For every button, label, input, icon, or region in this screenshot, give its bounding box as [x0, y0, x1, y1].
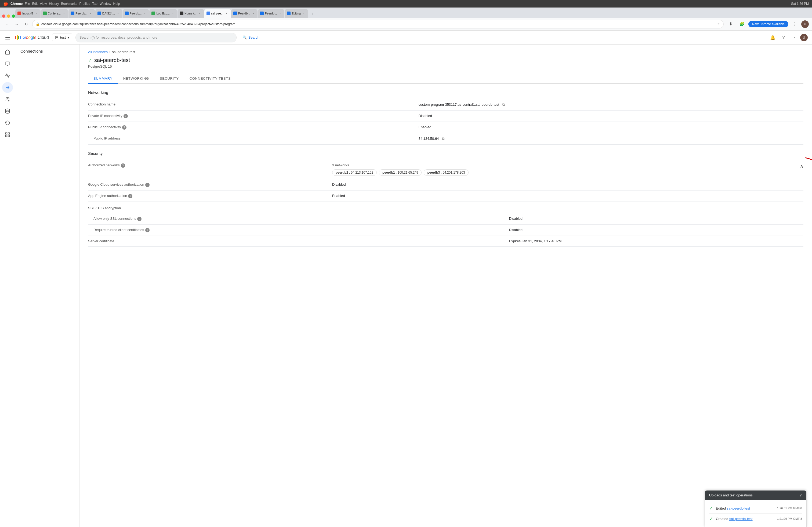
table-row: Server certificate Expires Jan 31, 2034,…	[88, 236, 803, 246]
os-menu-profiles[interactable]: Profiles	[79, 2, 90, 6]
panel-item-created: ✓ Created sai-peerdb-test 1:21:29 PM GMT…	[709, 514, 802, 524]
tab-peerdb3[interactable]: Peerdb... ×	[231, 9, 258, 18]
tab-title-peerdb3: Peerdb...	[238, 12, 250, 15]
copy-ip-icon[interactable]: ⧉	[441, 136, 446, 141]
sidebar-item-users[interactable]	[2, 94, 13, 105]
tab-peerdb1[interactable]: Peerdb... ×	[69, 9, 95, 18]
gcp-logo[interactable]: Google Cloud	[15, 35, 49, 40]
gcs-auth-help-icon[interactable]: ?	[145, 183, 149, 187]
os-menu-file[interactable]: File	[25, 2, 30, 6]
os-menu-help[interactable]: Help	[113, 2, 120, 6]
breadcrumb-parent[interactable]: All instances	[88, 50, 108, 54]
sidebar-item-instances[interactable]	[2, 59, 13, 69]
tab-title-peerdb1: Peerdb...	[75, 12, 88, 15]
private-ip-help-icon[interactable]: ?	[124, 114, 128, 118]
svg-rect-0	[15, 36, 16, 39]
tab-saipee[interactable]: sai-pee... ×	[204, 9, 231, 18]
authorized-networks-help-icon[interactable]: ?	[121, 163, 125, 168]
sidebar-item-connections[interactable]	[2, 82, 13, 93]
sidebar-item-databases[interactable]	[2, 106, 13, 117]
os-menu-tab[interactable]: Tab	[92, 2, 98, 6]
tab-home[interactable]: Home /... ×	[177, 9, 204, 18]
profile-avatar[interactable]: U	[801, 20, 809, 28]
notifications-icon[interactable]: 🔔	[768, 33, 778, 42]
forward-button[interactable]: →	[13, 20, 20, 28]
gcp-search-bar[interactable]: Search (/) for resources, docs, products…	[75, 33, 236, 42]
os-menu-view[interactable]: View	[40, 2, 47, 6]
more-menu-button[interactable]: ⋮	[790, 19, 800, 29]
created-link[interactable]: sai-peerdb-test	[729, 517, 753, 521]
gcp-search-button[interactable]: 🔍 Search	[240, 34, 262, 41]
tab-inbox[interactable]: Inbox (5 ×	[15, 9, 41, 18]
reload-button[interactable]: ↻	[23, 20, 30, 28]
ssl-only-help-icon[interactable]: ?	[137, 217, 142, 221]
sidebar-item-home[interactable]	[2, 47, 13, 57]
sidebar-item-monitoring[interactable]	[2, 70, 13, 81]
fullscreen-traffic-light[interactable]	[12, 15, 15, 18]
tab-logexp[interactable]: Log Exp... ×	[149, 9, 177, 18]
tab-close-editing[interactable]: ×	[302, 11, 306, 16]
os-menu-window[interactable]: Window	[100, 2, 111, 6]
os-menu-history[interactable]: History	[49, 2, 59, 6]
gcp-logo-icon	[15, 35, 21, 40]
sidebar-item-operations[interactable]	[2, 129, 13, 140]
security-table: Authorized networks ? 3 networks peerdb2…	[88, 160, 803, 202]
tab-close-inbox[interactable]: ×	[34, 11, 39, 16]
tab-dais24[interactable]: DAIS24... ×	[95, 9, 122, 18]
tab-security[interactable]: SECURITY	[155, 74, 184, 84]
trusted-certs-help-icon[interactable]: ?	[145, 228, 149, 232]
tab-confere[interactable]: Confere... ×	[41, 9, 68, 18]
network-chip-peerdb1: peerdb1 : 100.21.65.249	[379, 169, 422, 176]
os-menu-edit[interactable]: Edit	[32, 2, 38, 6]
tab-networking[interactable]: NETWORKING	[118, 74, 155, 84]
tab-peerdb2[interactable]: Peerdb... ×	[123, 9, 149, 18]
address-bar[interactable]: 🔒 console.cloud.google.com/sql/instances…	[32, 20, 724, 28]
uploads-panel-body: ✓ Edited sai-peerdb-test 1:26:01 PM GMT-…	[705, 500, 806, 527]
uploads-panel-collapse-icon[interactable]: ∨	[799, 493, 802, 497]
svg-rect-2	[18, 36, 19, 39]
star-icon[interactable]: ☆	[717, 22, 720, 26]
hamburger-menu[interactable]	[4, 34, 12, 41]
tab-close-dais24[interactable]: ×	[116, 11, 120, 16]
tab-summary[interactable]: SUMMARY	[88, 74, 118, 84]
tab-close-peerdb2[interactable]: ×	[143, 11, 147, 16]
edited-link[interactable]: sai-peerdb-test	[727, 506, 750, 510]
uploads-panel-header[interactable]: Uploads and test operations ∨	[705, 491, 806, 500]
tab-favicon-home	[180, 12, 184, 15]
svg-rect-8	[8, 133, 10, 134]
tab-close-peerdb4[interactable]: ×	[278, 11, 282, 16]
back-button[interactable]: ←	[3, 20, 11, 28]
new-chrome-button[interactable]: New Chrome available	[748, 21, 788, 27]
tab-close-peerdb3[interactable]: ×	[251, 11, 255, 16]
tab-close-confere[interactable]: ×	[62, 11, 66, 16]
tab-close-logexp[interactable]: ×	[171, 11, 175, 16]
ssl-section: SSL / TLS encryption Allow only SSL conn…	[88, 206, 803, 246]
help-icon[interactable]: ?	[779, 33, 788, 42]
tab-close-home[interactable]: ×	[198, 11, 202, 16]
new-tab-button[interactable]: +	[308, 10, 316, 18]
close-traffic-light[interactable]	[2, 15, 5, 18]
sidebar-item-backups[interactable]	[2, 118, 13, 128]
settings-icon[interactable]: ⋮	[789, 33, 799, 42]
tab-close-peerdb1[interactable]: ×	[89, 11, 93, 16]
tab-title-dais24: DAIS24...	[102, 12, 115, 15]
server-cert-value: Expires Jan 31, 2034, 1:17:46 PM	[509, 239, 803, 243]
os-menu-bookmarks[interactable]: Bookmarks	[61, 2, 77, 6]
tab-editing[interactable]: Editing ×	[285, 9, 308, 18]
gcp-profile-avatar[interactable]: U	[800, 34, 808, 41]
downloads-icon[interactable]: ⬇	[726, 19, 736, 29]
breadcrumb-separator: ›	[109, 50, 110, 54]
minimize-traffic-light[interactable]	[7, 15, 10, 18]
tab-peerdb4[interactable]: Peerdb... ×	[258, 9, 284, 18]
extensions-icon[interactable]: 🧩	[737, 19, 747, 29]
app-engine-help-icon[interactable]: ?	[128, 194, 132, 198]
tab-close-saipee[interactable]: ×	[224, 11, 229, 16]
project-selector[interactable]: ⊞ test ▾	[52, 33, 72, 41]
tab-connectivity-tests[interactable]: CONNECTIVITY TESTS	[184, 74, 236, 84]
tab-favicon-logexp	[151, 12, 155, 15]
tab-title-saipee: sai-pee...	[211, 12, 223, 15]
connection-name-label: Connection name	[88, 102, 163, 106]
networks-collapse-icon[interactable]: ∧	[800, 163, 803, 169]
public-ip-help-icon[interactable]: ?	[122, 125, 127, 130]
copy-connection-name-icon[interactable]: ⧉	[501, 102, 506, 107]
